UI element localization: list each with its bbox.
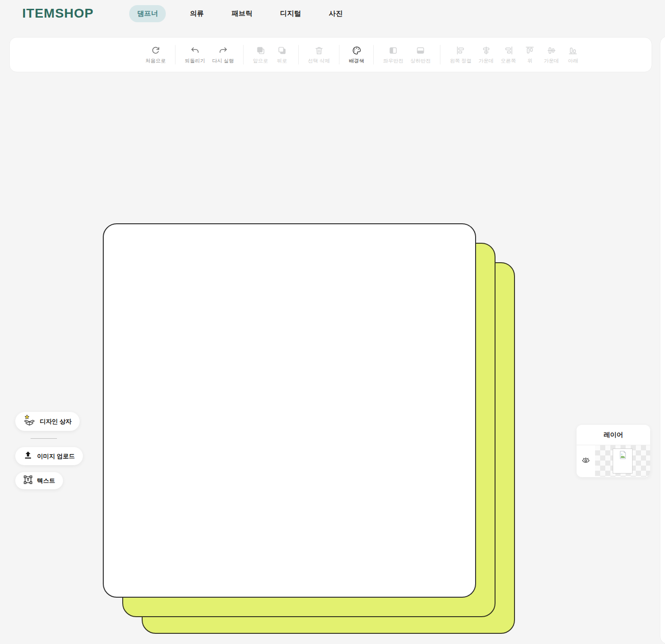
text-tool-button[interactable]: 텍스트 <box>15 472 63 489</box>
flip-vertical-label: 상하반전 <box>410 57 431 64</box>
broken-image-icon <box>619 450 627 461</box>
toolbar-divider <box>373 45 374 64</box>
send-backward-icon <box>277 45 287 56</box>
upload-icon <box>23 450 33 462</box>
delete-selection-button: 선택 삭제 <box>308 45 330 64</box>
background-color-button[interactable]: 배경색 <box>349 45 364 64</box>
align-left-icon <box>456 45 466 56</box>
send-backward-label: 뒤로 <box>277 57 287 64</box>
align-right-icon <box>503 45 514 56</box>
toolbar-divider <box>298 45 299 64</box>
bring-forward-icon <box>256 45 266 56</box>
nav-item-damper[interactable]: 댐프너 <box>129 5 166 22</box>
align-left-button: 왼쪽 정렬 <box>450 45 471 64</box>
align-center-button: 가운데 <box>478 45 494 64</box>
flip-vertical-icon <box>415 45 426 56</box>
undo-icon <box>190 45 200 56</box>
design-box-label: 디자인 상자 <box>40 417 72 426</box>
delete-selection-icon <box>314 45 324 56</box>
layers-panel-title: 레이어 <box>577 425 650 445</box>
delete-selection-label: 선택 삭제 <box>308 57 330 64</box>
bring-forward-button: 앞으로 <box>253 45 268 64</box>
toolbar-divider <box>243 45 244 64</box>
align-top-icon <box>525 45 535 56</box>
align-right-button: 오른쪽 <box>501 45 516 64</box>
align-left-label: 왼쪽 정렬 <box>450 57 471 64</box>
layer-thumbnail-area <box>595 445 650 477</box>
align-top-button: 위 <box>523 45 537 64</box>
align-top-label: 위 <box>527 57 533 64</box>
background-color-icon <box>351 45 362 56</box>
toolbar-divider <box>339 45 339 64</box>
image-upload-label: 이미지 업로드 <box>37 452 75 461</box>
align-right-label: 오른쪽 <box>501 57 516 64</box>
main-nav: 댐프너 의류 패브릭 디지털 사진 <box>129 5 346 22</box>
toolbar-divider <box>440 45 440 64</box>
design-box-icon <box>23 414 36 429</box>
undo-button[interactable]: 되돌리기 <box>185 45 205 64</box>
align-middle-button: 가운데 <box>544 45 559 64</box>
layer-row[interactable] <box>577 445 650 477</box>
flip-vertical-button: 상하반전 <box>410 45 431 64</box>
app-header: ITEMSHOP 댐프너 의류 패브릭 디지털 사진 <box>0 0 665 28</box>
send-backward-button: 뒤로 <box>275 45 289 64</box>
layer-thumbnail[interactable] <box>613 448 633 474</box>
reset-label: 처음으로 <box>145 57 166 64</box>
toolbar-divider <box>175 45 176 64</box>
align-bottom-button: 아래 <box>566 45 580 64</box>
editor-toolbar: 처음으로 되돌리기 다시 실행 앞으로 <box>9 37 652 72</box>
nav-item-digital[interactable]: 디지털 <box>276 5 305 22</box>
reset-icon <box>151 45 161 56</box>
reset-button[interactable]: 처음으로 <box>145 45 166 64</box>
design-box-button[interactable]: 디자인 상자 <box>15 412 80 431</box>
align-middle-icon <box>546 45 557 56</box>
flip-horizontal-button: 좌우반전 <box>383 45 403 64</box>
undo-label: 되돌리기 <box>185 57 205 64</box>
background-color-label: 배경색 <box>349 57 364 64</box>
nav-item-fabric[interactable]: 패브릭 <box>228 5 256 22</box>
flip-horizontal-icon <box>388 45 398 56</box>
align-center-icon <box>481 45 491 56</box>
bring-forward-label: 앞으로 <box>253 57 268 64</box>
text-tool-icon <box>23 475 33 486</box>
nav-item-photo[interactable]: 사진 <box>325 5 346 22</box>
align-middle-label: 가운데 <box>544 57 559 64</box>
redo-label: 다시 실행 <box>212 57 234 64</box>
align-bottom-label: 아래 <box>568 57 578 64</box>
layers-panel: 레이어 <box>577 425 650 477</box>
image-upload-button[interactable]: 이미지 업로드 <box>15 447 83 465</box>
canvas-sheet-top[interactable] <box>103 223 476 598</box>
layer-visibility-toggle[interactable] <box>577 445 595 477</box>
nav-item-clothing[interactable]: 의류 <box>186 5 207 22</box>
flip-horizontal-label: 좌우반전 <box>383 57 403 64</box>
text-tool-label: 텍스트 <box>37 477 55 485</box>
redo-icon <box>218 45 228 56</box>
eye-icon <box>581 455 590 467</box>
side-tools-divider <box>31 438 57 439</box>
align-center-label: 가운데 <box>478 57 494 64</box>
right-side-panel <box>660 36 665 644</box>
align-bottom-icon <box>568 45 578 56</box>
redo-button[interactable]: 다시 실행 <box>212 45 234 64</box>
brand-logo: ITEMSHOP <box>22 6 94 21</box>
